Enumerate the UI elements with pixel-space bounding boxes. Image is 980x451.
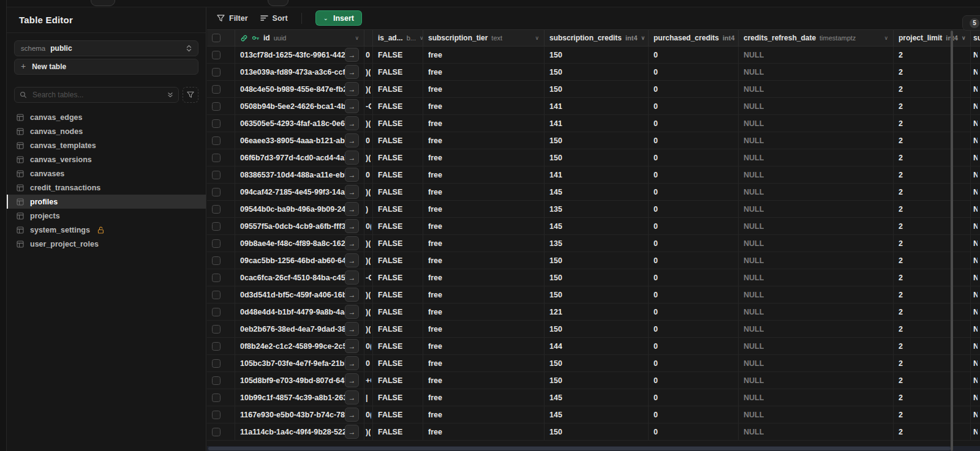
cell-truncated[interactable]: )( xyxy=(364,235,373,252)
cell-is-admin[interactable]: FALSE xyxy=(373,389,423,406)
row-select-cell[interactable] xyxy=(207,64,235,80)
cell-truncated[interactable]: )( xyxy=(364,304,373,320)
cell-purchased-credits[interactable]: 0 xyxy=(649,166,739,183)
cell-subscription-tier[interactable]: free xyxy=(423,64,545,80)
cell-purchased-credits[interactable]: 0 xyxy=(649,286,739,303)
row-select-cell[interactable] xyxy=(207,132,235,149)
cell-truncated[interactable]: )( xyxy=(364,64,373,80)
row-select-cell[interactable] xyxy=(207,389,235,406)
expand-row-button[interactable]: → xyxy=(345,288,359,302)
cell-purchased-credits[interactable]: 0 xyxy=(649,218,739,234)
cell-subscription-credits[interactable]: 135 xyxy=(545,201,649,217)
cell-clipped[interactable]: NU xyxy=(971,201,980,217)
cell-id[interactable]: 048c4e50-b989-455e-847e-fb2f... → xyxy=(235,81,364,97)
cell-project-limit[interactable]: 2 xyxy=(894,166,971,183)
row-checkbox[interactable] xyxy=(212,119,221,128)
cell-credits-refresh-date[interactable]: NULL xyxy=(739,321,894,337)
expand-row-button[interactable]: → xyxy=(345,425,359,439)
cell-truncated[interactable]: 0( xyxy=(364,218,373,234)
cell-id[interactable]: 0d3d541d-bf5c-459f-a406-16b93... → xyxy=(235,286,364,303)
cell-clipped[interactable]: NU xyxy=(971,304,980,320)
cell-truncated[interactable]: 0 xyxy=(364,47,373,63)
chevron-down-icon[interactable]: ∨ xyxy=(962,35,966,41)
cell-purchased-credits[interactable]: 0 xyxy=(649,355,739,371)
cell-clipped[interactable]: NU xyxy=(971,132,980,149)
cell-id[interactable]: 105bc3b7-03fe-4e7f-9efa-21bb40... → xyxy=(235,355,364,371)
cell-clipped[interactable]: NU xyxy=(971,372,980,389)
row-select-cell[interactable] xyxy=(207,81,235,97)
cell-credits-refresh-date[interactable]: NULL xyxy=(739,184,894,200)
cell-id[interactable]: 013e039a-fd89-473a-a3c6-ccfa9... → xyxy=(235,64,364,80)
expand-row-button[interactable]: → xyxy=(345,48,359,62)
column-header-subscription-credits[interactable]: subscription_credits int4 ∨ xyxy=(545,30,649,46)
expand-row-button[interactable]: → xyxy=(345,219,359,233)
cell-truncated[interactable]: +C xyxy=(364,372,373,389)
filter-tables-button[interactable] xyxy=(183,87,198,103)
cell-is-admin[interactable]: FALSE xyxy=(373,218,423,234)
cell-subscription-credits[interactable]: 145 xyxy=(545,389,649,406)
cell-subscription-tier[interactable]: free xyxy=(423,389,545,406)
cell-is-admin[interactable]: FALSE xyxy=(373,269,423,286)
cell-is-admin[interactable]: FALSE xyxy=(373,423,423,440)
expand-row-button[interactable]: → xyxy=(345,116,359,130)
cell-purchased-credits[interactable]: 0 xyxy=(649,115,739,132)
cell-is-admin[interactable]: FALSE xyxy=(373,201,423,217)
row-select-cell[interactable] xyxy=(207,321,235,337)
cell-credits-refresh-date[interactable]: NULL xyxy=(739,286,894,303)
cell-id[interactable]: 11a114cb-1a4c-49f4-9b28-52219ec... → xyxy=(235,423,364,440)
expand-row-button[interactable]: → xyxy=(345,356,359,370)
cell-id[interactable]: 09557f5a-0dcb-4cb9-a6fb-fff366... → xyxy=(235,218,364,234)
cell-truncated[interactable]: ) xyxy=(364,201,373,217)
cell-is-admin[interactable]: FALSE xyxy=(373,372,423,389)
cell-project-limit[interactable]: 2 xyxy=(894,252,971,269)
expand-row-button[interactable]: → xyxy=(345,322,359,336)
cell-subscription-credits[interactable]: 121 xyxy=(545,304,649,320)
cell-subscription-tier[interactable]: free xyxy=(423,338,545,354)
cell-project-limit[interactable]: 2 xyxy=(894,184,971,200)
cell-id[interactable]: 09b8ae4e-f48c-4f89-8a8c-1629b... → xyxy=(235,235,364,252)
cell-truncated[interactable]: )( xyxy=(364,115,373,132)
cell-project-limit[interactable]: 2 xyxy=(894,115,971,132)
horizontal-scrollbar-thumb[interactable] xyxy=(208,447,951,450)
expand-row-button[interactable]: → xyxy=(345,236,359,250)
cell-id[interactable]: 06eaee33-8905-4aaa-b121-ab552... → xyxy=(235,132,364,149)
cell-truncated[interactable]: 0 xyxy=(364,132,373,149)
expand-row-button[interactable]: → xyxy=(345,373,359,387)
schema-select[interactable]: schema public xyxy=(14,40,198,56)
cell-clipped[interactable]: NU xyxy=(971,321,980,337)
cell-clipped[interactable]: NU xyxy=(971,218,980,234)
cell-credits-refresh-date[interactable]: NULL xyxy=(739,149,894,166)
row-select-cell[interactable] xyxy=(207,304,235,320)
row-checkbox[interactable] xyxy=(212,376,221,385)
cell-clipped[interactable]: NU xyxy=(971,338,980,354)
cell-subscription-credits[interactable]: 150 xyxy=(545,355,649,371)
row-checkbox[interactable] xyxy=(212,85,221,94)
column-header-subscription-tier[interactable]: subscription_tier text ∨ xyxy=(423,30,545,46)
cell-subscription-tier[interactable]: free xyxy=(423,218,545,234)
row-checkbox[interactable] xyxy=(212,136,221,145)
row-checkbox[interactable] xyxy=(212,68,221,76)
expand-row-button[interactable]: → xyxy=(345,408,359,422)
cell-purchased-credits[interactable]: 0 xyxy=(649,149,739,166)
cell-is-admin[interactable]: FALSE xyxy=(373,132,423,149)
cell-credits-refresh-date[interactable]: NULL xyxy=(739,201,894,217)
cell-subscription-tier[interactable]: free xyxy=(423,252,545,269)
cell-subscription-credits[interactable]: 150 xyxy=(545,269,649,286)
column-header-clipped[interactable]: su xyxy=(971,30,980,46)
row-select-cell[interactable] xyxy=(207,269,235,286)
cell-project-limit[interactable]: 2 xyxy=(894,406,971,423)
cell-project-limit[interactable]: 2 xyxy=(894,149,971,166)
cell-subscription-credits[interactable]: 141 xyxy=(545,166,649,183)
cell-id[interactable]: 0eb2b676-38ed-4ea7-9dad-38e6... → xyxy=(235,321,364,337)
cell-is-admin[interactable]: FALSE xyxy=(373,286,423,303)
double-chevron-down-icon[interactable] xyxy=(167,91,173,99)
row-checkbox[interactable] xyxy=(212,325,221,334)
cell-subscription-tier[interactable]: free xyxy=(423,98,545,114)
cell-credits-refresh-date[interactable]: NULL xyxy=(739,115,894,132)
cell-subscription-credits[interactable]: 150 xyxy=(545,64,649,80)
cell-subscription-credits[interactable]: 150 xyxy=(545,132,649,149)
row-select-cell[interactable] xyxy=(207,47,235,63)
cell-subscription-tier[interactable]: free xyxy=(423,304,545,320)
cell-subscription-credits[interactable]: 135 xyxy=(545,235,649,252)
cell-id[interactable]: 0d48e4d4-b1bf-4479-9a8b-4a4b... → xyxy=(235,304,364,320)
